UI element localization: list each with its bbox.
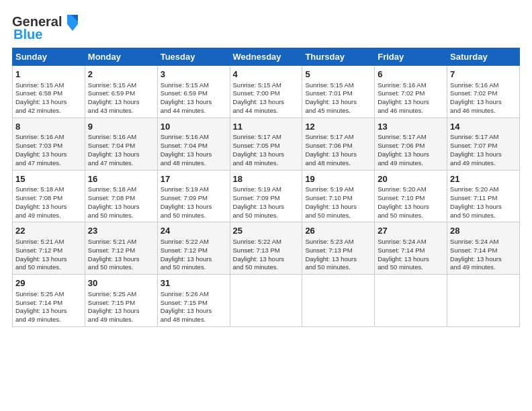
day-number: 22	[15, 225, 82, 237]
day-cell-3: 3Sunrise: 5:15 AM Sunset: 6:59 PM Daylig…	[157, 66, 230, 118]
day-cell-7: 7Sunrise: 5:16 AM Sunset: 7:02 PM Daylig…	[447, 66, 520, 118]
day-info: Sunrise: 5:17 AM Sunset: 7:06 PM Dayligh…	[378, 133, 444, 167]
day-info: Sunrise: 5:22 AM Sunset: 7:13 PM Dayligh…	[233, 238, 300, 272]
day-cell-5: 5Sunrise: 5:15 AM Sunset: 7:01 PM Daylig…	[302, 66, 375, 118]
day-info: Sunrise: 5:15 AM Sunset: 6:59 PM Dayligh…	[88, 81, 154, 116]
empty-cell	[230, 275, 302, 327]
day-info: Sunrise: 5:17 AM Sunset: 7:07 PM Dayligh…	[450, 133, 517, 167]
day-info: Sunrise: 5:16 AM Sunset: 7:04 PM Dayligh…	[88, 133, 154, 167]
day-info: Sunrise: 5:25 AM Sunset: 7:14 PM Dayligh…	[15, 290, 82, 324]
day-info: Sunrise: 5:20 AM Sunset: 7:11 PM Dayligh…	[450, 185, 517, 220]
day-number: 21	[450, 173, 517, 185]
day-cell-26: 26Sunrise: 5:23 AM Sunset: 7:13 PM Dayli…	[302, 222, 375, 275]
day-cell-10: 10Sunrise: 5:16 AM Sunset: 7:04 PM Dayli…	[157, 118, 230, 170]
day-info: Sunrise: 5:20 AM Sunset: 7:10 PM Dayligh…	[378, 185, 444, 220]
day-cell-18: 18Sunrise: 5:19 AM Sunset: 7:09 PM Dayli…	[230, 170, 302, 222]
dow-header-wednesday: Wednesday	[230, 48, 302, 66]
day-info: Sunrise: 5:18 AM Sunset: 7:08 PM Dayligh…	[15, 185, 82, 220]
day-info: Sunrise: 5:15 AM Sunset: 7:01 PM Dayligh…	[305, 81, 371, 116]
day-number: 30	[88, 277, 154, 289]
dow-header-thursday: Thursday	[302, 48, 375, 66]
day-number: 29	[15, 277, 82, 289]
day-info: Sunrise: 5:15 AM Sunset: 7:00 PM Dayligh…	[233, 81, 300, 116]
week-row-0: 1Sunrise: 5:15 AM Sunset: 6:58 PM Daylig…	[13, 66, 520, 118]
day-number: 5	[305, 68, 371, 81]
day-number: 14	[450, 121, 517, 133]
day-number: 27	[378, 225, 444, 237]
empty-cell	[375, 275, 447, 327]
day-cell-27: 27Sunrise: 5:24 AM Sunset: 7:14 PM Dayli…	[375, 222, 447, 275]
day-cell-4: 4Sunrise: 5:15 AM Sunset: 7:00 PM Daylig…	[230, 66, 302, 118]
day-number: 24	[161, 225, 227, 237]
day-info: Sunrise: 5:15 AM Sunset: 6:58 PM Dayligh…	[15, 81, 82, 116]
day-cell-22: 22Sunrise: 5:21 AM Sunset: 7:12 PM Dayli…	[13, 222, 85, 275]
day-number: 17	[161, 173, 227, 185]
dow-header-friday: Friday	[375, 48, 447, 66]
day-cell-19: 19Sunrise: 5:19 AM Sunset: 7:10 PM Dayli…	[302, 170, 375, 222]
day-info: Sunrise: 5:17 AM Sunset: 7:06 PM Dayligh…	[305, 133, 371, 167]
day-cell-13: 13Sunrise: 5:17 AM Sunset: 7:06 PM Dayli…	[375, 118, 447, 170]
day-cell-2: 2Sunrise: 5:15 AM Sunset: 6:59 PM Daylig…	[85, 66, 157, 118]
day-number: 4	[233, 68, 300, 81]
day-cell-11: 11Sunrise: 5:17 AM Sunset: 7:05 PM Dayli…	[230, 118, 302, 170]
day-number: 15	[15, 173, 82, 185]
day-number: 7	[450, 68, 517, 81]
day-number: 9	[88, 121, 154, 133]
day-cell-14: 14Sunrise: 5:17 AM Sunset: 7:07 PM Dayli…	[447, 118, 520, 170]
day-info: Sunrise: 5:16 AM Sunset: 7:03 PM Dayligh…	[15, 133, 82, 167]
dow-header-monday: Monday	[85, 48, 157, 66]
week-row-2: 15Sunrise: 5:18 AM Sunset: 7:08 PM Dayli…	[13, 170, 520, 222]
day-cell-28: 28Sunrise: 5:24 AM Sunset: 7:14 PM Dayli…	[447, 222, 520, 275]
day-info: Sunrise: 5:24 AM Sunset: 7:14 PM Dayligh…	[378, 238, 444, 272]
day-info: Sunrise: 5:16 AM Sunset: 7:04 PM Dayligh…	[161, 133, 227, 167]
day-info: Sunrise: 5:22 AM Sunset: 7:12 PM Dayligh…	[161, 238, 227, 272]
day-cell-12: 12Sunrise: 5:17 AM Sunset: 7:06 PM Dayli…	[302, 118, 375, 170]
day-info: Sunrise: 5:24 AM Sunset: 7:14 PM Dayligh…	[450, 238, 517, 272]
calendar-body: 1Sunrise: 5:15 AM Sunset: 6:58 PM Daylig…	[13, 66, 520, 327]
week-row-1: 8Sunrise: 5:16 AM Sunset: 7:03 PM Daylig…	[13, 118, 520, 170]
empty-cell	[302, 275, 375, 327]
day-number: 23	[88, 225, 154, 237]
day-cell-8: 8Sunrise: 5:16 AM Sunset: 7:03 PM Daylig…	[13, 118, 85, 170]
day-number: 19	[305, 173, 371, 185]
logo-blue: Blue	[13, 27, 42, 42]
day-info: Sunrise: 5:16 AM Sunset: 7:02 PM Dayligh…	[450, 81, 517, 116]
day-cell-21: 21Sunrise: 5:20 AM Sunset: 7:11 PM Dayli…	[447, 170, 520, 222]
day-cell-24: 24Sunrise: 5:22 AM Sunset: 7:12 PM Dayli…	[157, 222, 230, 275]
day-cell-20: 20Sunrise: 5:20 AM Sunset: 7:10 PM Dayli…	[375, 170, 447, 222]
day-cell-17: 17Sunrise: 5:19 AM Sunset: 7:09 PM Dayli…	[157, 170, 230, 222]
day-number: 16	[88, 173, 154, 185]
day-cell-6: 6Sunrise: 5:16 AM Sunset: 7:02 PM Daylig…	[375, 66, 447, 118]
day-cell-15: 15Sunrise: 5:18 AM Sunset: 7:08 PM Dayli…	[13, 170, 85, 222]
page: General Blue SundayMondayTuesdayWednesda…	[0, 0, 532, 411]
day-info: Sunrise: 5:26 AM Sunset: 7:15 PM Dayligh…	[161, 290, 227, 324]
day-info: Sunrise: 5:19 AM Sunset: 7:10 PM Dayligh…	[305, 185, 371, 220]
day-number: 8	[15, 121, 82, 133]
day-info: Sunrise: 5:19 AM Sunset: 7:09 PM Dayligh…	[161, 185, 227, 220]
day-cell-31: 31Sunrise: 5:26 AM Sunset: 7:15 PM Dayli…	[157, 275, 230, 327]
day-number: 20	[378, 173, 444, 185]
day-number: 10	[161, 121, 227, 133]
day-number: 28	[450, 225, 517, 237]
day-info: Sunrise: 5:17 AM Sunset: 7:05 PM Dayligh…	[233, 133, 300, 167]
logo: General Blue	[12, 12, 82, 42]
day-cell-30: 30Sunrise: 5:25 AM Sunset: 7:15 PM Dayli…	[85, 275, 157, 327]
week-row-4: 29Sunrise: 5:25 AM Sunset: 7:14 PM Dayli…	[13, 275, 520, 327]
dow-header-saturday: Saturday	[447, 48, 520, 66]
day-info: Sunrise: 5:25 AM Sunset: 7:15 PM Dayligh…	[88, 290, 154, 324]
dow-header-tuesday: Tuesday	[157, 48, 230, 66]
day-number: 1	[15, 68, 82, 81]
calendar: SundayMondayTuesdayWednesdayThursdayFrid…	[12, 48, 520, 327]
day-info: Sunrise: 5:21 AM Sunset: 7:12 PM Dayligh…	[15, 238, 82, 272]
day-number: 12	[305, 121, 371, 133]
day-number: 31	[161, 277, 227, 289]
day-cell-16: 16Sunrise: 5:18 AM Sunset: 7:08 PM Dayli…	[85, 170, 157, 222]
day-info: Sunrise: 5:23 AM Sunset: 7:13 PM Dayligh…	[305, 238, 371, 272]
day-cell-29: 29Sunrise: 5:25 AM Sunset: 7:14 PM Dayli…	[13, 275, 85, 327]
day-number: 11	[233, 121, 300, 133]
day-number: 13	[378, 121, 444, 133]
day-info: Sunrise: 5:18 AM Sunset: 7:08 PM Dayligh…	[88, 185, 154, 220]
day-cell-1: 1Sunrise: 5:15 AM Sunset: 6:58 PM Daylig…	[13, 66, 85, 118]
logo-arrow-icon	[62, 12, 82, 31]
day-info: Sunrise: 5:15 AM Sunset: 6:59 PM Dayligh…	[161, 81, 227, 116]
